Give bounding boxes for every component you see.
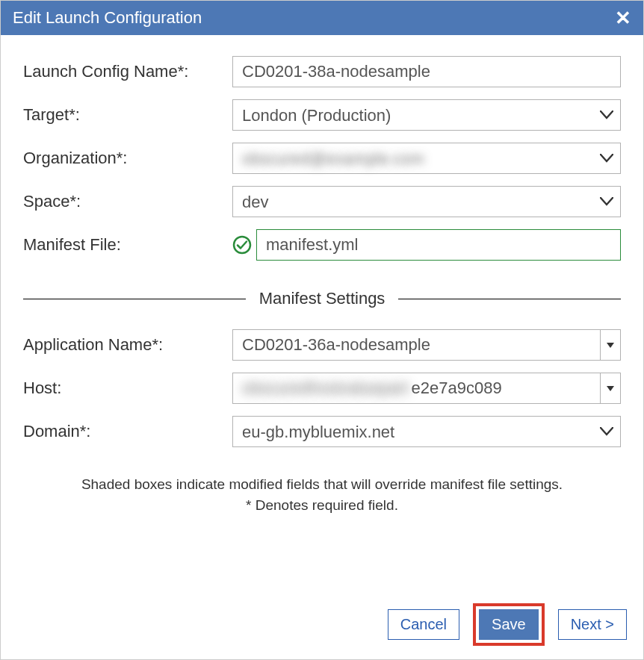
application-name-input[interactable] (232, 329, 600, 361)
space-select[interactable]: dev (232, 186, 621, 217)
check-valid-icon (232, 235, 252, 255)
target-select[interactable]: London (Production) (232, 99, 621, 131)
close-icon[interactable]: ✕ (615, 8, 631, 28)
manifest-file-label: Manifest File: (23, 235, 232, 255)
edit-launch-config-dialog: Edit Launch Configuration ✕ Launch Confi… (0, 0, 644, 660)
dialog-button-bar: Cancel Save Next > (388, 603, 627, 646)
manifest-settings-label: Manifest Settings (246, 289, 399, 308)
footnote-line-1: Shaded boxes indicate modified fields th… (23, 474, 621, 495)
save-button[interactable]: Save (479, 609, 539, 640)
dialog-title: Edit Launch Configuration (13, 8, 202, 28)
host-label: Host: (23, 379, 232, 398)
manifest-file-input[interactable] (256, 229, 621, 261)
manifest-file-row: Manifest File: (23, 229, 621, 261)
target-value: London (Production) (242, 106, 391, 125)
organization-value: obscured@example.com (242, 149, 424, 168)
domain-row: Domain*: eu-gb.mybluemix.net (23, 416, 621, 447)
target-label: Target*: (23, 105, 232, 125)
target-row: Target*: London (Production) (23, 99, 621, 131)
triangle-down-icon (607, 386, 614, 391)
svg-point-0 (234, 237, 250, 253)
organization-label: Organization*: (23, 149, 232, 168)
space-value: dev (242, 193, 268, 211)
host-visible-suffix: e2e7a9c089 (412, 379, 502, 398)
application-name-label: Application Name*: (23, 335, 232, 355)
host-input[interactable]: obscuredhostvaluepart e2e7a9c089 (232, 373, 600, 404)
organization-row: Organization*: obscured@example.com (23, 143, 621, 174)
manifest-settings-divider: Manifest Settings (23, 289, 621, 308)
launch-config-name-input[interactable] (232, 56, 621, 87)
divider-line (398, 299, 621, 299)
divider-line (23, 299, 246, 299)
host-row: Host: obscuredhostvaluepart e2e7a9c089 (23, 373, 621, 404)
triangle-down-icon (607, 343, 614, 348)
host-dropdown-button[interactable] (600, 373, 621, 404)
domain-label: Domain*: (23, 422, 232, 441)
footnote: Shaded boxes indicate modified fields th… (23, 474, 621, 515)
host-blurred-part: obscuredhostvaluepart (242, 379, 409, 398)
launch-config-name-row: Launch Config Name*: (23, 56, 621, 87)
application-name-dropdown-button[interactable] (600, 329, 621, 361)
domain-select[interactable]: eu-gb.mybluemix.net (232, 416, 621, 447)
footnote-line-2: * Denotes required field. (23, 495, 621, 516)
space-label: Space*: (23, 192, 232, 211)
application-name-row: Application Name*: (23, 329, 621, 361)
domain-value: eu-gb.mybluemix.net (242, 423, 394, 441)
dialog-titlebar: Edit Launch Configuration ✕ (1, 1, 643, 35)
cancel-button[interactable]: Cancel (388, 609, 459, 640)
organization-select[interactable]: obscured@example.com (232, 143, 621, 174)
save-button-highlight: Save (473, 603, 545, 646)
dialog-content: Launch Config Name*: Target*: London (Pr… (1, 35, 643, 659)
launch-config-name-label: Launch Config Name*: (23, 62, 232, 81)
space-row: Space*: dev (23, 186, 621, 217)
next-button[interactable]: Next > (558, 609, 627, 640)
